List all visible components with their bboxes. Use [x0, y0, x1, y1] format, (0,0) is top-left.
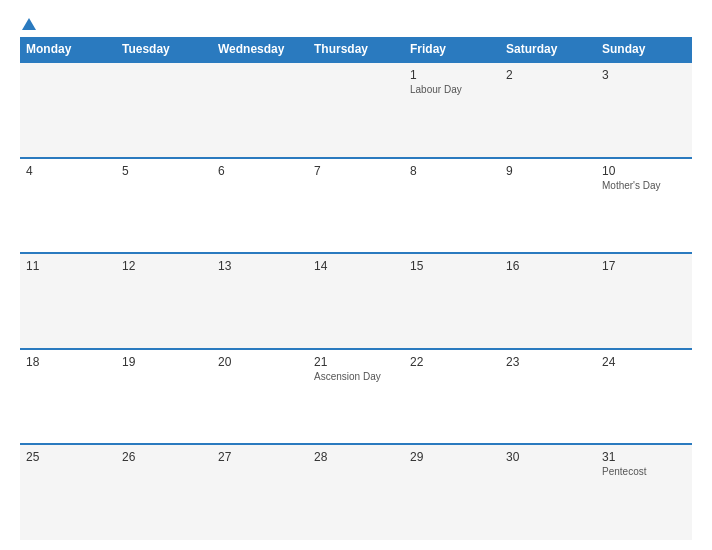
- day-number: 17: [602, 259, 686, 273]
- day-cell: 26: [116, 444, 212, 540]
- calendar-page: MondayTuesdayWednesdayThursdayFridaySatu…: [0, 0, 712, 550]
- day-number: 15: [410, 259, 494, 273]
- day-number: 9: [506, 164, 590, 178]
- day-cell: 15: [404, 253, 500, 349]
- day-number: 30: [506, 450, 590, 464]
- day-number: 28: [314, 450, 398, 464]
- day-cell: 6: [212, 158, 308, 254]
- day-cell: 5: [116, 158, 212, 254]
- day-number: 12: [122, 259, 206, 273]
- day-cell: 9: [500, 158, 596, 254]
- day-cell: 27: [212, 444, 308, 540]
- day-cell: 7: [308, 158, 404, 254]
- day-cell: 1Labour Day: [404, 62, 500, 158]
- top-bar: [20, 18, 692, 31]
- day-number: 29: [410, 450, 494, 464]
- day-number: 11: [26, 259, 110, 273]
- day-cell: 28: [308, 444, 404, 540]
- day-number: 26: [122, 450, 206, 464]
- day-cell: 29: [404, 444, 500, 540]
- day-cell: 23: [500, 349, 596, 445]
- day-cell: 11: [20, 253, 116, 349]
- day-cell: [308, 62, 404, 158]
- calendar-table: MondayTuesdayWednesdayThursdayFridaySatu…: [20, 37, 692, 540]
- day-number: 2: [506, 68, 590, 82]
- day-number: 22: [410, 355, 494, 369]
- week-row-2: 45678910Mother's Day: [20, 158, 692, 254]
- day-number: 3: [602, 68, 686, 82]
- day-cell: [116, 62, 212, 158]
- day-cell: 10Mother's Day: [596, 158, 692, 254]
- day-number: 31: [602, 450, 686, 464]
- day-number: 19: [122, 355, 206, 369]
- day-cell: 31Pentecost: [596, 444, 692, 540]
- day-number: 23: [506, 355, 590, 369]
- day-cell: 22: [404, 349, 500, 445]
- logo: [20, 18, 36, 31]
- col-header-tuesday: Tuesday: [116, 37, 212, 62]
- col-header-thursday: Thursday: [308, 37, 404, 62]
- col-header-friday: Friday: [404, 37, 500, 62]
- week-row-4: 18192021Ascension Day222324: [20, 349, 692, 445]
- day-cell: [212, 62, 308, 158]
- holiday-name: Pentecost: [602, 466, 686, 477]
- day-number: 10: [602, 164, 686, 178]
- day-cell: 25: [20, 444, 116, 540]
- day-number: 1: [410, 68, 494, 82]
- week-row-5: 25262728293031Pentecost: [20, 444, 692, 540]
- day-cell: 20: [212, 349, 308, 445]
- day-number: 6: [218, 164, 302, 178]
- day-cell: 8: [404, 158, 500, 254]
- calendar-body: 1Labour Day2345678910Mother's Day1112131…: [20, 62, 692, 540]
- day-number: 5: [122, 164, 206, 178]
- day-number: 24: [602, 355, 686, 369]
- day-number: 25: [26, 450, 110, 464]
- day-number: 13: [218, 259, 302, 273]
- col-header-saturday: Saturday: [500, 37, 596, 62]
- day-cell: 2: [500, 62, 596, 158]
- col-header-monday: Monday: [20, 37, 116, 62]
- day-number: 20: [218, 355, 302, 369]
- day-cell: 17: [596, 253, 692, 349]
- logo-triangle-icon: [22, 18, 36, 30]
- col-header-sunday: Sunday: [596, 37, 692, 62]
- day-cell: 30: [500, 444, 596, 540]
- week-row-1: 1Labour Day23: [20, 62, 692, 158]
- day-number: 21: [314, 355, 398, 369]
- day-cell: 4: [20, 158, 116, 254]
- header-row: MondayTuesdayWednesdayThursdayFridaySatu…: [20, 37, 692, 62]
- day-cell: [20, 62, 116, 158]
- col-header-wednesday: Wednesday: [212, 37, 308, 62]
- day-cell: 14: [308, 253, 404, 349]
- day-cell: 16: [500, 253, 596, 349]
- holiday-name: Mother's Day: [602, 180, 686, 191]
- day-cell: 21Ascension Day: [308, 349, 404, 445]
- calendar-header: MondayTuesdayWednesdayThursdayFridaySatu…: [20, 37, 692, 62]
- day-cell: 3: [596, 62, 692, 158]
- day-number: 7: [314, 164, 398, 178]
- day-number: 8: [410, 164, 494, 178]
- day-cell: 13: [212, 253, 308, 349]
- day-cell: 19: [116, 349, 212, 445]
- day-cell: 18: [20, 349, 116, 445]
- day-cell: 24: [596, 349, 692, 445]
- day-number: 27: [218, 450, 302, 464]
- day-number: 14: [314, 259, 398, 273]
- day-number: 18: [26, 355, 110, 369]
- week-row-3: 11121314151617: [20, 253, 692, 349]
- day-number: 16: [506, 259, 590, 273]
- holiday-name: Ascension Day: [314, 371, 398, 382]
- day-number: 4: [26, 164, 110, 178]
- holiday-name: Labour Day: [410, 84, 494, 95]
- day-cell: 12: [116, 253, 212, 349]
